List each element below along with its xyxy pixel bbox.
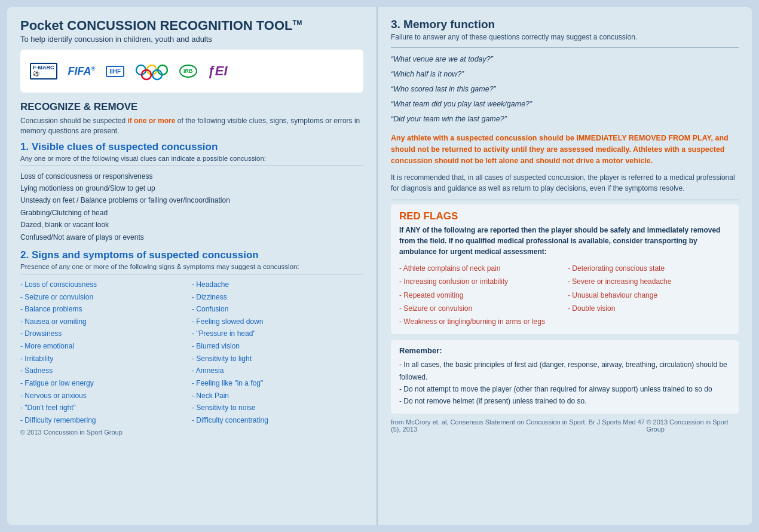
clue-item: Confused/Not aware of plays or events (20, 231, 363, 243)
symptom-item: Loss of consciousness (20, 279, 192, 291)
question-item: “Which half is it now?” (391, 67, 739, 82)
clue-item: Loss of consciousness or responsiveness (20, 170, 363, 182)
intro-highlight: if one or more (127, 117, 175, 125)
citation-text: from McCrory et. al, Consensus Statement… (391, 418, 646, 433)
right-panel: 3. Memory function Failure to answer any… (378, 7, 752, 525)
symptoms-col2: Headache Dizziness Confusion Feeling slo… (192, 279, 363, 427)
clue-item: Unsteady on feet / Balance problems or f… (20, 194, 363, 206)
symptom-item: Neck Pain (192, 390, 363, 402)
question-item: “What venue are we at today?” (391, 52, 739, 67)
left-panel: Pocket CONCUSSION RECOGNITION TOOLTM To … (7, 7, 378, 525)
symptom-item: Sensitivity to noise (192, 402, 363, 414)
main-container: Pocket CONCUSSION RECOGNITION TOOLTM To … (7, 7, 752, 525)
symptom-item: Sadness (20, 365, 192, 377)
red-flag-item: Unusual behaviour change (568, 289, 730, 302)
trademark: TM (293, 19, 302, 26)
clue-item: Grabbing/Clutching of head (20, 207, 363, 219)
title-text: Pocket CONCUSSION RECOGNITION TOOL (20, 18, 293, 33)
remember-item: Do not attempt to move the player (other… (399, 383, 730, 395)
divider3 (391, 47, 739, 48)
divider1 (20, 166, 363, 166)
footer-left-text: © 2013 Concussion in Sport Group (20, 429, 123, 436)
red-flags-subtitle: If ANY of the following are reported the… (399, 225, 730, 257)
red-flag-item: Seizure or convulsion (399, 302, 562, 315)
symptoms-cols: Loss of consciousness Seizure or convuls… (20, 279, 363, 427)
red-flag-item: Double vision (568, 302, 730, 315)
symptom-item: Amnesia (192, 365, 363, 377)
footer-right-text: © 2013 Concussion in Sport Group (646, 418, 739, 433)
divider4 (391, 200, 739, 200)
question-item: “What team did you play last week/game?” (391, 97, 739, 112)
clues-list: Loss of consciousness or responsiveness … (20, 170, 363, 243)
section1-heading: 1. Visible clues of suspected concussion (20, 141, 363, 153)
red-flag-item: Repeated vomiting (399, 289, 562, 302)
symptom-item: Irritability (20, 353, 192, 365)
info-text: It is recommended that, in all cases of … (391, 172, 739, 194)
main-title: Pocket CONCUSSION RECOGNITION TOOLTM (20, 18, 363, 33)
red-flags-title: RED FLAGS (399, 210, 730, 222)
remember-item: Do not remove helmet (if present) unless… (399, 395, 730, 407)
question-item: “Did your team win the last game?” (391, 112, 739, 127)
symptom-item: "Pressure in head" (192, 328, 363, 340)
symptom-item: Feeling like "in a fog" (192, 377, 363, 390)
symptom-item: Feeling slowed down (192, 316, 363, 328)
symptom-item: Dizziness (192, 291, 363, 304)
section2-heading: 2. Signs and symptoms of suspected concu… (20, 249, 363, 261)
divider2 (20, 274, 363, 274)
fifa-logo: FIFA® (68, 65, 96, 78)
section2-subtext: Presence of any one or more of the follo… (20, 263, 363, 270)
remember-list: In all cases, the basic principles of fi… (399, 359, 730, 408)
symptoms-col1: Loss of consciousness Seizure or convuls… (20, 279, 192, 427)
section3-heading: 3. Memory function (391, 18, 739, 31)
symptom-item: "Don't feel right" (20, 402, 192, 414)
clue-item: Lying motionless on ground/Slow to get u… (20, 182, 363, 194)
symptom-item: Nausea or vomiting (20, 316, 192, 328)
symptom-item: Blurred vision (192, 340, 363, 353)
irb-logo: IRB (179, 65, 197, 78)
symptom-item: Headache (192, 279, 363, 291)
fmarc-logo: F-MARC⚽ (30, 63, 57, 80)
symptom-item: Difficulty remembering (20, 414, 192, 427)
logos-box: F-MARC⚽ FIFA® IIHF IRB ƒEI (20, 50, 363, 93)
symptom-item: More emotional (20, 340, 192, 353)
symptom-item: Confusion (192, 303, 363, 316)
symptom-item: Fatigue or low energy (20, 377, 192, 390)
red-flag-item: Deteriorating conscious state (568, 262, 730, 275)
clue-item: Dazed, blank or vacant look (20, 219, 363, 231)
symptom-item: Nervous or anxious (20, 390, 192, 402)
olympics-logo (135, 59, 169, 84)
iihf-logo: IIHF (106, 66, 124, 77)
section3-subtext: Failure to answer any of these questions… (391, 33, 739, 41)
recognize-heading: RECOGNIZE & REMOVE (20, 101, 363, 113)
red-flags-col2: Deteriorating conscious state Severe or … (568, 262, 730, 328)
symptom-item: Sensitivity to light (192, 353, 363, 365)
remember-item: In all cases, the basic principles of fi… (399, 359, 730, 383)
fei-logo: ƒEI (208, 63, 228, 79)
red-flag-item: Severe or increasing headache (568, 275, 730, 288)
section1-subtext: Any one or more of the following visual … (20, 155, 363, 162)
recognize-intro: Concussion should be suspected if one or… (20, 116, 363, 136)
red-flag-item: Athlete complains of neck pain (399, 262, 562, 275)
section2: 2. Signs and symptoms of suspected concu… (20, 249, 363, 427)
warning-box: Any athlete with a suspected concussion … (391, 133, 739, 166)
symptom-item: Difficulty concentrating (192, 414, 363, 427)
footer-left: © 2013 Concussion in Sport Group (20, 429, 363, 436)
remember-box: Remember: In all cases, the basic princi… (391, 340, 739, 414)
intro-before: Concussion should be suspected (20, 117, 127, 125)
symptom-item: Balance problems (20, 303, 192, 316)
red-flags-cols: Athlete complains of neck pain Increasin… (399, 262, 730, 328)
subtitle: To help identify concussion in children,… (20, 35, 363, 44)
red-flags-box: RED FLAGS If ANY of the following are re… (391, 204, 739, 334)
memory-questions: “What venue are we at today?” “Which hal… (391, 52, 739, 127)
footer-right: from McCrory et. al, Consensus Statement… (391, 418, 739, 433)
red-flags-col1: Athlete complains of neck pain Increasin… (399, 262, 562, 328)
red-flag-item: Increasing confusion or irritability (399, 275, 562, 288)
remember-title: Remember: (399, 346, 730, 355)
red-flag-item: Weakness or tingling/burning in arms or … (399, 315, 562, 328)
question-item: “Who scored last in this game?” (391, 82, 739, 97)
symptom-item: Drowsiness (20, 328, 192, 340)
symptom-item: Seizure or convulsion (20, 291, 192, 304)
